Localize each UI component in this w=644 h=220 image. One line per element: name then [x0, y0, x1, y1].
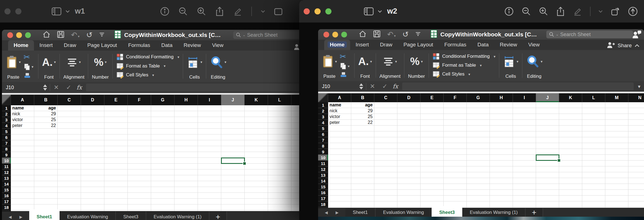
row-header-8[interactable]: 8	[318, 143, 328, 149]
cell-E3[interactable]	[104, 117, 128, 123]
editing-caret-icon[interactable]: ▾	[225, 60, 227, 64]
column-header-L[interactable]: L	[582, 93, 605, 102]
row-header-11[interactable]: 11	[2, 164, 11, 169]
cell-I3[interactable]	[513, 114, 536, 120]
row-header-10[interactable]: 10	[2, 158, 11, 164]
cell-B11[interactable]	[34, 164, 58, 169]
cell-L3[interactable]	[582, 114, 605, 120]
cell-F2[interactable]	[444, 108, 467, 114]
w1-titlebar[interactable]: w1	[0, 0, 302, 22]
cf-caret-icon[interactable]: ▾	[178, 55, 180, 59]
cell-A10[interactable]	[328, 155, 351, 161]
cell-G13[interactable]	[467, 172, 490, 178]
cell-F11[interactable]	[128, 164, 151, 169]
cell-N13[interactable]	[628, 172, 644, 178]
cell-H11[interactable]	[490, 161, 513, 166]
cell-J14[interactable]	[536, 178, 559, 184]
cell-G9[interactable]	[151, 152, 174, 158]
column-header-E[interactable]: E	[104, 95, 128, 105]
cell-C16[interactable]	[58, 193, 81, 199]
window-restore-icon[interactable]	[274, 8, 282, 15]
cell-B3[interactable]: 25	[351, 114, 374, 120]
cell-L14[interactable]	[268, 181, 291, 187]
cell-M14[interactable]	[605, 178, 628, 184]
cell-H2[interactable]	[490, 108, 513, 114]
cell-J17[interactable]	[536, 196, 559, 201]
row-header-18[interactable]: 18	[318, 201, 328, 207]
cancel-icon[interactable]: ✕	[54, 84, 59, 91]
cell-F5[interactable]	[128, 129, 151, 134]
cell-E18[interactable]	[104, 204, 128, 210]
customize-toolbar-icon[interactable]	[99, 32, 105, 38]
cell-B6[interactable]	[351, 131, 374, 137]
cell-M12[interactable]	[605, 166, 628, 172]
cell-F14[interactable]	[444, 178, 467, 184]
cell-I1[interactable]	[513, 102, 536, 108]
column-header-N[interactable]: N	[628, 93, 644, 102]
cell-H18[interactable]	[490, 201, 513, 207]
alignment-group-button[interactable]: ▾ Alignment	[63, 51, 85, 82]
menu-tab-review[interactable]: Review	[178, 40, 207, 51]
row-header-1[interactable]: 1	[2, 105, 11, 111]
cell-C12[interactable]	[58, 169, 81, 175]
copy-button[interactable]: ▾	[340, 62, 350, 70]
cell-E3[interactable]	[421, 114, 444, 120]
cell-styles-button[interactable]: Cell Styles▾	[432, 71, 496, 78]
cell-I18[interactable]	[198, 204, 221, 210]
cell-H14[interactable]	[490, 178, 513, 184]
cell-D9[interactable]	[397, 149, 421, 155]
cell-H10[interactable]	[490, 155, 513, 161]
cell-B8[interactable]	[34, 146, 58, 152]
cell-H17[interactable]	[174, 199, 198, 204]
cell-F18[interactable]	[128, 204, 151, 210]
cell-K9[interactable]	[245, 152, 268, 158]
cell-J1[interactable]	[221, 105, 245, 111]
cell-D17[interactable]	[397, 196, 421, 201]
minimize-icon[interactable]	[15, 8, 21, 14]
search-scope-caret[interactable]: ⌄	[243, 33, 245, 37]
cell-H1[interactable]	[490, 102, 513, 108]
sheet-tab-evaluation-warning-1-[interactable]: Evaluation Warning (1)	[462, 208, 525, 217]
undo-icon[interactable]: ↶▾	[71, 31, 80, 39]
row-header-12[interactable]: 12	[318, 166, 328, 172]
cell-K3[interactable]	[245, 117, 268, 123]
cell-D10[interactable]	[81, 158, 104, 164]
cell-E12[interactable]	[104, 169, 128, 175]
cell-B17[interactable]	[34, 199, 58, 204]
cell-H3[interactable]	[174, 117, 198, 123]
cell-G8[interactable]	[151, 146, 174, 152]
cell-G3[interactable]	[151, 117, 174, 123]
cell-J4[interactable]	[221, 123, 245, 129]
cell-J5[interactable]	[536, 126, 559, 131]
cell-B13[interactable]	[351, 172, 374, 178]
cell-C17[interactable]	[58, 199, 81, 204]
cell-K5[interactable]	[559, 126, 582, 131]
cell-A5[interactable]	[328, 126, 351, 131]
column-header-K[interactable]: K	[559, 93, 582, 102]
cell-K10[interactable]	[559, 155, 582, 161]
formula-input[interactable]	[86, 84, 303, 91]
cell-D8[interactable]	[397, 143, 421, 149]
select-all-corner[interactable]	[2, 95, 11, 105]
cell-I9[interactable]	[198, 152, 221, 158]
conditional-formatting-button[interactable]: Conditional Formatting▾	[432, 53, 496, 60]
cell-B7[interactable]	[351, 137, 374, 143]
cell-M1[interactable]	[605, 102, 628, 108]
cell-K12[interactable]	[245, 169, 268, 175]
cell-E16[interactable]	[421, 190, 444, 196]
cell-I10[interactable]	[198, 158, 221, 164]
cell-C17[interactable]	[374, 196, 397, 201]
cell-N9[interactable]	[628, 149, 644, 155]
cell-F8[interactable]	[444, 143, 467, 149]
cell-J2[interactable]	[221, 111, 245, 117]
cell-J12[interactable]	[221, 169, 245, 175]
person-chat-icon[interactable]	[632, 30, 642, 40]
font-group-button[interactable]: A.▾ Font	[358, 50, 372, 81]
cell-D13[interactable]	[397, 172, 421, 178]
number-group-button[interactable]: %▾ Number	[92, 51, 109, 82]
cell-B15[interactable]	[34, 187, 58, 193]
cell-N3[interactable]	[628, 114, 644, 120]
cell-F5[interactable]	[444, 126, 467, 131]
cell-L16[interactable]	[582, 190, 605, 196]
cell-K14[interactable]	[559, 178, 582, 184]
